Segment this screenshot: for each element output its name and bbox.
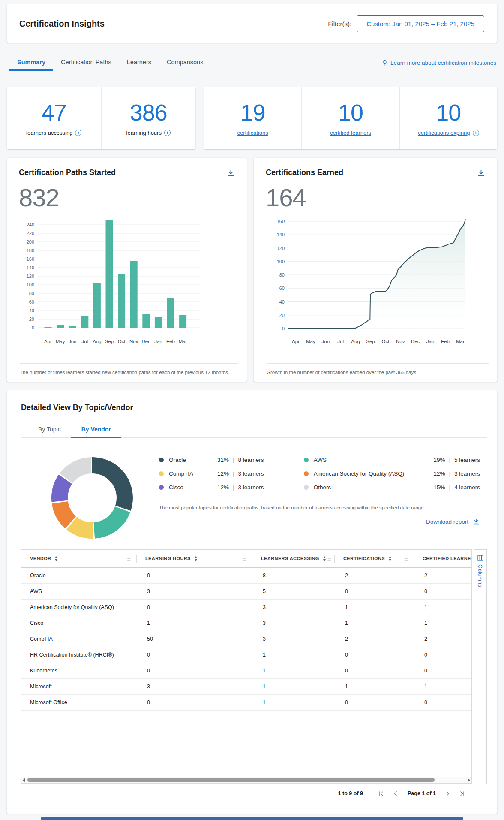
column-header-vendor[interactable]: VENDOR≡ [21,550,137,567]
certifications-earned-card: Certifications Earned 164 02040608010012… [254,158,497,382]
table-row[interactable]: Kubernetes0100 [21,663,472,678]
column-menu-icon[interactable]: ≡ [326,555,333,562]
main-tab-bar: SummaryCertification PathsLearnersCompar… [7,56,497,70]
legend-divider [159,499,480,499]
value-cell: 0 [414,583,472,599]
stat-label[interactable]: certifications expiring [418,130,470,136]
vendor-breakdown: Oracle31%|8 learnersAWS19%|5 learnersCom… [21,455,487,541]
value-cell: 0 [335,583,414,599]
learn-more-label: Learn more about certification milestone… [390,60,496,66]
table-row[interactable]: CompTIA50322 [21,631,472,647]
legend-dot [304,471,309,476]
download-icon[interactable] [476,168,486,179]
tab-summary[interactable]: Summary [9,56,53,70]
download-report-link[interactable]: Download report [426,519,468,525]
scroll-left-arrow[interactable] [23,778,25,782]
download-icon[interactable] [472,518,480,525]
columns-side-tab[interactable]: Columns [474,549,487,784]
tab-learners[interactable]: Learners [119,56,159,70]
stat-value: 19 [240,101,265,124]
sort-down-icon [55,559,57,561]
svg-text:Jun: Jun [69,339,77,344]
date-filter-button[interactable]: Custom: Jan 01, 2025 – Feb 21, 2025 [357,15,484,32]
table-row[interactable]: Cisco1311 [21,615,472,631]
svg-text:80: 80 [279,272,285,277]
next-page-button[interactable] [444,790,451,797]
table-row[interactable]: Microsoft3111 [21,678,472,694]
svg-text:Nov: Nov [396,339,405,344]
legend-label: CompTIA [169,470,207,477]
svg-text:200: 200 [27,239,34,244]
svg-text:Jan: Jan [426,339,435,344]
table-row[interactable]: Oracle0822 [21,567,472,583]
column-header-certified-learners[interactable]: CERTIFIED LEARNERS [414,550,472,567]
table-row[interactable]: Microsoft Office0100 [21,694,472,710]
paths-started-title: Certification Paths Started [19,168,116,177]
scrollbar-track[interactable] [27,778,465,782]
column-menu-icon[interactable]: ≡ [125,555,132,562]
legend-pipe: | [449,484,450,491]
legend-label: Cisco [169,484,207,491]
tab-by-vendor[interactable]: By Vendor [71,423,121,437]
legend-pct: 31% [214,457,229,463]
certifications-earned-title: Certifications Earned [266,168,343,177]
download-report-row: Download report [159,518,480,525]
sort-down-icon [389,559,391,561]
legend-value: 12%|3 learners [214,484,264,491]
tab-by-topic[interactable]: By Topic [28,423,71,437]
detailed-view-card: Detailed View By Topic/Vendor By TopicBy… [7,390,497,814]
last-page-button[interactable] [459,790,466,797]
columns-icon [477,555,483,561]
svg-text:120: 120 [277,246,285,251]
stat-label[interactable]: certifications [237,130,268,136]
scroll-right-arrow[interactable] [468,778,470,782]
first-page-button[interactable] [378,790,385,797]
table-row[interactable]: American Society for Quality (ASQ)0311 [21,599,472,615]
info-icon[interactable]: i [473,130,479,136]
stat-label[interactable]: certified learners [330,130,371,136]
header-card: Certification Insights Filter(s): Custom… [7,4,497,43]
table-row[interactable]: HR Certification Institute® (HRCI®)0100 [21,647,472,663]
sort-down-icon [195,559,197,561]
value-cell: 8 [252,567,335,583]
sort-icon[interactable] [55,556,57,561]
svg-text:240: 240 [27,222,34,227]
tab-comparisons[interactable]: Comparisons [159,56,211,70]
column-label: VENDOR [30,556,51,561]
svg-text:Sep: Sep [366,339,375,344]
value-cell: 0 [137,647,252,663]
column-header-learning-hours[interactable]: LEARNING HOURS≡ [137,550,252,567]
svg-text:Mar: Mar [179,339,187,344]
column-header-certifications[interactable]: CERTIFICATIONS≡ [335,550,414,567]
learn-more-link[interactable]: Learn more about certification milestone… [381,60,497,66]
table-row[interactable]: AWS3500 [21,583,472,599]
certification-stats-card: 19certifications10certified learners10ce… [204,87,497,149]
svg-text:80: 80 [29,291,34,296]
column-menu-icon[interactable]: ≡ [241,555,248,562]
paths-started-footnote: The number of times learners started new… [20,363,238,375]
sort-icon[interactable] [195,556,197,561]
scrollbar-thumb[interactable] [27,778,435,782]
value-cell: 5 [252,583,335,599]
svg-text:Apr: Apr [292,339,300,344]
legend-learners: 3 learners [238,470,264,477]
horizontal-scrollbar[interactable] [21,777,471,783]
info-icon[interactable]: i [164,130,171,136]
value-cell: 1 [335,599,414,615]
paths-started-total: 832 [19,185,236,210]
column-menu-icon[interactable]: ≡ [402,555,410,562]
sort-icon[interactable] [389,556,391,561]
stat-value: 10 [338,101,363,124]
legend-value: 12%|3 learners [430,470,480,477]
previous-page-button[interactable] [392,790,399,797]
tab-certification-paths[interactable]: Certification Paths [53,56,119,70]
column-header-learners-accessing[interactable]: LEARNERS ACCESSING≡ [252,550,335,567]
value-cell: 2 [414,567,472,583]
value-cell: 1 [414,678,472,694]
legend-pipe: | [449,457,450,463]
info-icon[interactable]: i [75,130,81,136]
legend-item-american-society-for-quality-asq-: American Society for Quality (ASQ)12%|3 … [304,469,480,478]
download-icon[interactable] [226,168,236,179]
vendor-cell: AWS [21,583,137,599]
legend-value: 12%|3 learners [214,470,264,477]
